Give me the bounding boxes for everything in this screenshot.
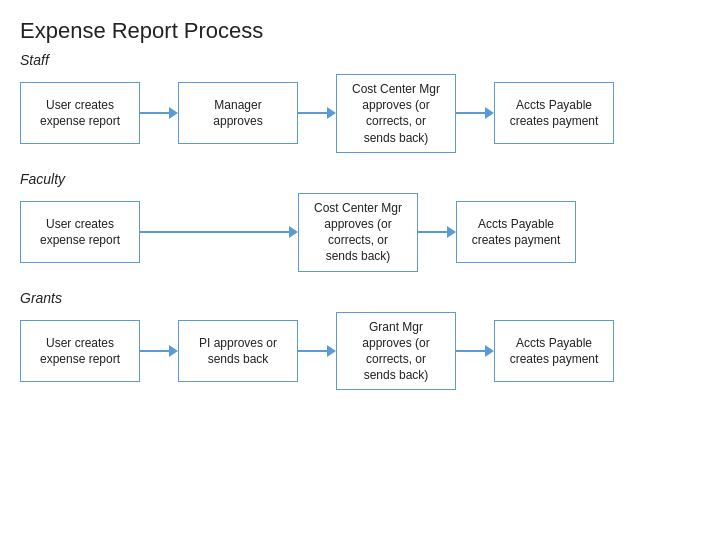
grants-arrow-3: [456, 345, 494, 357]
faculty-label: Faculty: [20, 171, 700, 187]
faculty-arrow-2: [418, 226, 456, 238]
faculty-step-3: Cost Center Mgrapproves (orcorrects, ors…: [298, 193, 418, 272]
staff-step-4: Accts Payablecreates payment: [494, 82, 614, 144]
grants-section: Grants User createsexpense report PI app…: [20, 290, 700, 391]
staff-label: Staff: [20, 52, 700, 68]
faculty-flow: User createsexpense report Cost Center M…: [20, 193, 700, 272]
grants-step-1: User createsexpense report: [20, 320, 140, 382]
grants-flow: User createsexpense report PI approves o…: [20, 312, 700, 391]
grants-label: Grants: [20, 290, 700, 306]
faculty-long-arrow: [140, 226, 298, 238]
staff-section: Staff User createsexpense report Manager…: [20, 52, 700, 153]
staff-step-3: Cost Center Mgrapproves (orcorrects, ors…: [336, 74, 456, 153]
staff-flow: User createsexpense report Managerapprov…: [20, 74, 700, 153]
staff-arrow-3: [456, 107, 494, 119]
page-title: Expense Report Process: [20, 18, 700, 44]
faculty-section: Faculty User createsexpense report Cost …: [20, 171, 700, 272]
grants-arrow-2: [298, 345, 336, 357]
staff-step-1: User createsexpense report: [20, 82, 140, 144]
grants-step-3: Grant Mgrapproves (orcorrects, orsends b…: [336, 312, 456, 391]
grants-arrow-1: [140, 345, 178, 357]
staff-arrow-1: [140, 107, 178, 119]
faculty-step-1: User createsexpense report: [20, 201, 140, 263]
grants-step-2: PI approves orsends back: [178, 320, 298, 382]
staff-arrow-2: [298, 107, 336, 119]
faculty-step-4: Accts Payablecreates payment: [456, 201, 576, 263]
grants-step-4: Accts Payablecreates payment: [494, 320, 614, 382]
staff-step-2: Managerapproves: [178, 82, 298, 144]
